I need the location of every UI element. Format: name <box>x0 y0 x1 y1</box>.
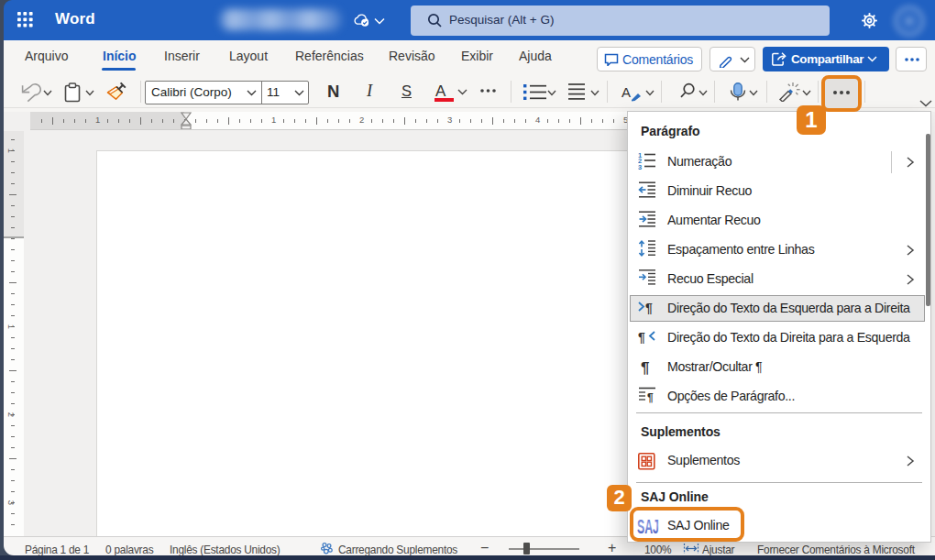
svg-text:¶: ¶ <box>645 301 653 315</box>
svg-text:¶: ¶ <box>647 391 654 404</box>
svg-text:¶: ¶ <box>638 330 645 345</box>
svg-text:3: 3 <box>638 163 642 171</box>
svg-text:¶: ¶ <box>641 359 649 377</box>
